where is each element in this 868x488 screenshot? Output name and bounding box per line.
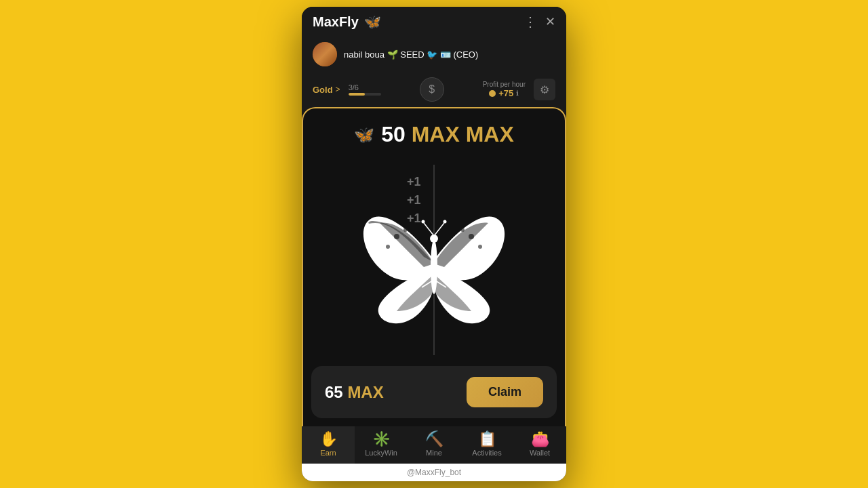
claim-max: MAX xyxy=(347,383,383,401)
level-fraction: 3/6 xyxy=(349,83,381,92)
user-seed: 🌱 SEED 🐦 🪪 xyxy=(387,49,454,60)
info-icon: ℹ xyxy=(516,89,519,97)
title-max: MAX xyxy=(412,122,460,146)
profit-value: +75 ℹ xyxy=(489,88,519,98)
coin-dot xyxy=(489,90,496,97)
max-header: 🦋 50 MAX MAX xyxy=(354,108,514,154)
svg-point-5 xyxy=(460,228,465,232)
avatar-image xyxy=(313,42,337,66)
currency-button[interactable]: $ xyxy=(420,77,444,102)
claim-area: 65 MAX Claim xyxy=(311,366,557,418)
level-text: Gold xyxy=(313,85,333,95)
profit-section: Profit per hour +75 ℹ xyxy=(483,81,526,98)
bottom-nav: ✋ Earn ✳️ LuckyWin ⛏️ Mine 📋 Activities … xyxy=(302,426,566,464)
mine-icon: ⛏️ xyxy=(425,432,443,447)
level-badge: Gold > xyxy=(313,85,340,95)
title-bar-right: ⋮ ✕ xyxy=(524,15,555,28)
nav-item-earn[interactable]: ✋ Earn xyxy=(302,426,355,464)
svg-point-2 xyxy=(403,228,408,232)
vertical-line xyxy=(433,165,435,356)
earn-icon: ✋ xyxy=(319,432,338,447)
level-fill xyxy=(349,93,365,96)
footer-text: @MaxxFly_bot xyxy=(407,468,461,477)
activities-label: Activities xyxy=(472,449,501,457)
title-max-word: MAX xyxy=(466,122,514,146)
svg-point-11 xyxy=(443,220,447,223)
footer: @MaxxFly_bot xyxy=(302,464,566,481)
user-name: nabil boua xyxy=(344,49,384,60)
butterfly-title-icon: 🦋 xyxy=(364,14,381,30)
nav-item-wallet[interactable]: 👛 Wallet xyxy=(513,426,566,464)
claim-amount: 65 MAX xyxy=(325,383,384,402)
svg-line-8 xyxy=(424,223,434,236)
stats-center: $ xyxy=(389,77,475,102)
main-content: 🦋 50 MAX MAX +1 +1 +1 xyxy=(302,107,566,426)
plus-2: +1 xyxy=(407,193,421,207)
stats-row: Gold > 3/6 $ Profit per hour +75 ℹ ⚙ xyxy=(302,75,566,107)
claim-button[interactable]: Claim xyxy=(467,377,543,407)
nav-item-luckywin[interactable]: ✳️ LuckyWin xyxy=(355,426,408,464)
title-bar-left: MaxFly 🦋 xyxy=(313,14,381,30)
avatar xyxy=(313,42,337,66)
app-title: MaxFly xyxy=(313,14,359,30)
mine-label: Mine xyxy=(426,449,442,457)
app-window: MaxFly 🦋 ⋮ ✕ nabil boua 🌱 SEED 🐦 🪪 (CEO)… xyxy=(302,7,566,481)
butterfly-header-icon: 🦋 xyxy=(354,125,374,144)
svg-point-4 xyxy=(478,245,482,249)
earn-label: Earn xyxy=(320,449,336,457)
title-number: 50 xyxy=(381,122,406,146)
level-bar xyxy=(349,93,381,96)
svg-point-1 xyxy=(386,245,390,249)
profit-label: Profit per hour xyxy=(483,81,526,88)
nav-item-mine[interactable]: ⛏️ Mine xyxy=(408,426,460,464)
plus-indicators: +1 +1 +1 xyxy=(407,175,421,226)
main-title: 50 MAX MAX xyxy=(381,122,514,147)
user-info: nabil boua 🌱 SEED 🐦 🪪 (CEO) xyxy=(344,49,478,60)
close-button[interactable]: ✕ xyxy=(545,16,555,28)
wallet-label: Wallet xyxy=(530,449,550,457)
nav-item-activities[interactable]: 📋 Activities xyxy=(460,426,513,464)
svg-point-9 xyxy=(422,220,425,223)
level-arrow: > xyxy=(336,85,340,94)
svg-line-10 xyxy=(434,223,444,236)
profit-number: +75 xyxy=(498,88,513,98)
svg-point-3 xyxy=(469,234,474,239)
settings-button[interactable]: ⚙ xyxy=(534,79,555,100)
activities-icon: 📋 xyxy=(478,432,496,447)
level-progress: 3/6 xyxy=(349,83,381,96)
wallet-icon: 👛 xyxy=(531,432,549,447)
title-bar: MaxFly 🦋 ⋮ ✕ xyxy=(302,7,566,37)
luckywin-label: LuckyWin xyxy=(365,449,397,457)
claim-number: 65 xyxy=(325,383,343,401)
plus-1: +1 xyxy=(407,175,421,189)
butterfly-area[interactable]: +1 +1 +1 xyxy=(303,154,565,366)
plus-3: +1 xyxy=(407,211,421,226)
user-role: (CEO) xyxy=(453,49,478,60)
luckywin-icon: ✳️ xyxy=(372,432,391,447)
svg-point-0 xyxy=(394,234,399,239)
menu-button[interactable]: ⋮ xyxy=(524,15,537,28)
user-bar: nabil boua 🌱 SEED 🐦 🪪 (CEO) xyxy=(302,37,566,75)
